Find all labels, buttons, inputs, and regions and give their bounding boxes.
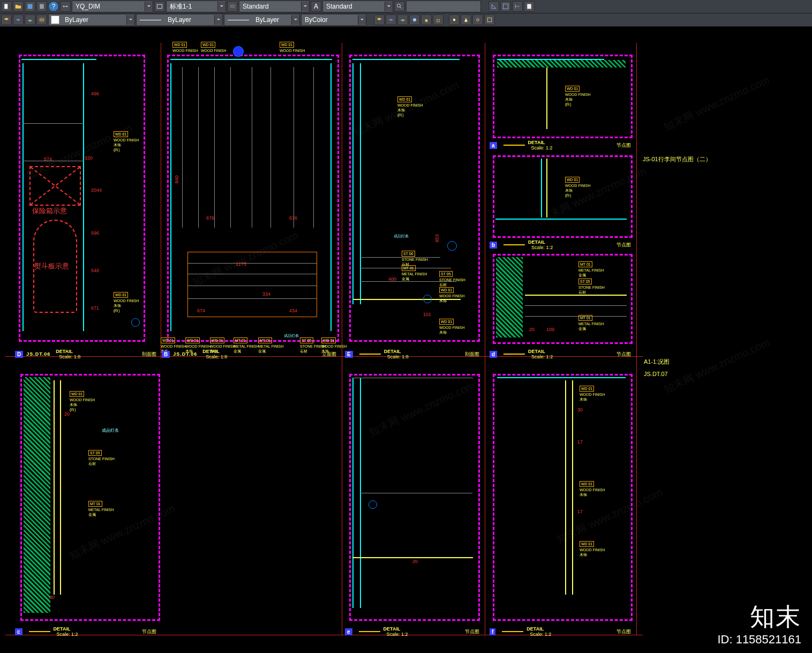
ucs-prev-icon[interactable] [512,1,523,12]
callout-mt01: MT 01METAL FINISH金属 [88,501,114,517]
dim-label: 1175 [236,261,246,267]
lineweight-preview [228,20,249,20]
titleblock-code: JS.DT.06 [173,351,197,357]
dimstyle-icon[interactable] [60,1,71,12]
draw-line [22,123,84,124]
draw-line [252,67,252,228]
dimstyle-value: YQ_DIM [72,3,103,10]
open-file-icon[interactable] [13,1,24,12]
hatch [496,257,523,337]
image-id: ID: 1158521161 [717,633,801,647]
paste-icon[interactable] [524,1,535,12]
draw-line [565,380,566,595]
dim-label: 496 [91,91,99,96]
dim-label: 101 [423,312,431,317]
dim-label: 20 [529,327,535,332]
layulk-icon[interactable] [433,14,443,25]
callout-wd01: WD 01 WOOD FINISH 木饰 (白) [114,131,139,152]
titleblock-scale: Scale: 1:8 [59,354,80,359]
dim-label: 30 [49,595,55,600]
laywalk-icon[interactable] [374,14,385,25]
chevron-down-icon [385,2,393,11]
tablestyle-dropdown[interactable]: 标准1-1 [166,1,226,12]
layer-lock-icon[interactable] [36,14,47,25]
draw-line [541,159,542,217]
draw-line [60,380,61,595]
light-spot-icon[interactable] [461,14,471,25]
dim-label: 20 [64,411,70,417]
plotstyle-value: ByColor [302,16,331,24]
textstyle-dropdown[interactable]: Standard [322,1,393,12]
layer-color-dropdown[interactable]: ByLayer [48,14,135,26]
dim-label: 2044 [91,187,102,193]
laylck-icon[interactable] [421,14,432,25]
svg-rect-0 [4,4,7,9]
draw-line [182,67,183,228]
ucs-named-icon[interactable] [500,1,511,12]
iron-board-label: 熨斗板示意 [34,261,69,271]
dim-label: 17 [577,439,583,445]
section-marker [423,295,432,303]
draw-line [495,219,627,220]
draw-line [525,316,627,317]
sheet-format: A1-1:况图 [644,358,670,366]
layer-off-icon[interactable] [13,14,24,25]
light-distant-icon[interactable] [472,14,483,25]
draw-line [83,63,84,331]
svg-rect-10 [437,19,440,22]
drawing-canvas[interactable]: 知末网 www.znzmo.com 知末网 www.znzmo.com 知末网 … [0,27,812,653]
titleblock-tag: B [162,351,170,358]
plotstyle-dropdown[interactable]: ByColor [301,14,366,26]
textstyle-value: Standard [323,3,356,10]
textstyle-icon[interactable]: A [311,1,321,12]
new-file-icon[interactable] [1,1,12,12]
calc-icon[interactable] [36,1,47,12]
chevron-down-icon [291,15,299,25]
dim-label: 334 [262,291,270,297]
watermark: 知末网 www.znzmo.com [661,335,772,397]
light-point-icon[interactable] [449,14,460,25]
chevron-down-icon [126,15,134,25]
titleblock-E: E DETAILScale: 1:8 剖面图 [345,348,482,360]
callout-wd01: WD 01 WOOD FINISH 木饰 (白) [114,292,139,313]
layer-iso-icon[interactable] [1,14,12,25]
toolbar-row-2: ByLayer ByLayer ByLayer ByColor [0,13,812,27]
shelf-block [187,252,317,317]
draw-line [352,378,354,608]
layer-freeze-icon[interactable] [25,14,35,25]
callout-wd01: WD 01WOOD FINISH木饰 [580,541,605,557]
lineweight-dropdown[interactable]: ByLayer [224,14,300,26]
linetype-value: ByLayer [164,16,194,24]
callout-st05: ST 05STONE FINISH石材 [578,279,605,295]
dimstyle-dropdown[interactable]: YQ_DIM [72,1,153,12]
ucs-icon[interactable] [488,1,499,12]
tablestyle-icon[interactable] [154,1,165,12]
callout-st05: ST 05STONE FINISH石材 [88,450,115,466]
find-icon[interactable] [394,1,405,12]
layon-icon[interactable] [386,14,396,25]
draw-line [572,380,573,595]
draw-line [21,59,96,60]
titleblock-d: d DETAILScale: 1:2 节点图 [490,348,633,360]
draw-line [54,380,55,595]
mleader-icon[interactable] [227,1,238,12]
titleblock-D: D JS.DT.06 DETAILScale: 1:8 剖面图 [15,348,159,360]
light-web-icon[interactable] [484,14,495,25]
svg-rect-7 [527,4,531,9]
mlstyle-dropdown[interactable]: Standard [239,1,310,12]
draw-line [497,377,626,378]
svg-point-5 [397,4,401,7]
lineweight-value: ByLayer [252,16,282,24]
draw-line [546,67,547,129]
draw-line [546,159,547,217]
section-marker [233,46,244,57]
help-icon[interactable]: ? [48,1,59,12]
save-icon[interactable] [25,1,35,12]
linetype-dropdown[interactable]: ByLayer [136,14,223,26]
dim-label: 320 [85,155,93,161]
layfrz-icon[interactable] [409,14,420,25]
grid-line [485,43,485,635]
laythw-icon[interactable] [397,14,408,25]
toolbar-row-1: ? YQ_DIM 标准1-1 Standard A Standard [0,0,812,13]
search-input[interactable] [406,1,481,12]
